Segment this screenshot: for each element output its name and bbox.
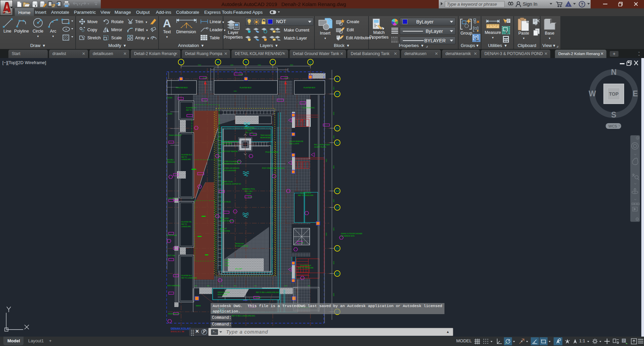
svg-text:9000: 9000 <box>198 64 201 66</box>
svg-text:MULTILANGASAN: MULTILANGASAN <box>223 170 236 171</box>
svg-text:2000: 2000 <box>333 87 335 90</box>
svg-text:15: 15 <box>336 247 339 250</box>
svg-text:LANDSCAPE: LANDSCAPE <box>181 226 191 228</box>
svg-text:PUTERA AIR DENGAN: PUTERA AIR DENGAN <box>223 167 239 169</box>
svg-text:3450: 3450 <box>233 90 237 92</box>
svg-text:MWHX: MWHX <box>196 305 201 307</box>
svg-text:-0.125: -0.125 <box>299 242 304 244</box>
svg-text:ANGKET MORGAN: ANGKET MORGAN <box>220 220 234 222</box>
svg-text:PLANTER B+4: PLANTER B+4 <box>186 107 197 109</box>
svg-text:DIMING OUTDOOR SHOWER: DIMING OUTDOOR SHOWER <box>341 233 362 235</box>
svg-text:8566: 8566 <box>290 64 293 66</box>
svg-text:ANCENT PLANG: ANCENT PLANG <box>314 146 326 148</box>
svg-text:LAUT 4 dia: LAUT 4 dia <box>167 255 175 256</box>
svg-text:REINFORCED: REINFORCED <box>260 137 271 139</box>
svg-text:1:4000: 1:4000 <box>224 265 229 266</box>
svg-text:1500: 1500 <box>326 233 327 236</box>
svg-text:16: 16 <box>336 272 339 275</box>
svg-text:N: N <box>611 68 617 77</box>
svg-text:1143: 1143 <box>284 285 287 287</box>
svg-text:-8.470: -8.470 <box>248 196 252 198</box>
svg-text:6000: 6000 <box>333 165 335 169</box>
svg-text:850: 850 <box>234 285 237 287</box>
svg-text:GALIAN BASELINE: GALIAN BASELINE <box>290 141 303 142</box>
svg-text:-8.470: -8.470 <box>253 134 257 136</box>
svg-text:GERIPA TOLAK: GERIPA TOLAK <box>222 181 233 183</box>
svg-text:ON KERMOK BATA: ON KERMOK BATA <box>341 235 355 237</box>
svg-text:REF TO: REF TO <box>181 224 187 225</box>
svg-text:650: 650 <box>217 138 219 140</box>
svg-text:PLANTER BOX: PLANTER BOX <box>303 87 315 89</box>
svg-text:910: 910 <box>308 285 311 287</box>
svg-text:REF TO LANDSCAPE: REF TO LANDSCAPE <box>181 277 197 279</box>
svg-text:3100: 3100 <box>333 261 335 264</box>
svg-text:MAKA-AT: MAKA-AT <box>220 228 227 230</box>
svg-text:1350: 1350 <box>204 100 207 102</box>
svg-text:-0.200: -0.200 <box>284 77 289 79</box>
svg-text:PITH GRASP: PITH GRASP <box>218 294 227 296</box>
svg-text:POLE Mall REHAB: POLE Mall REHAB <box>265 151 278 153</box>
svg-text:N: N <box>245 60 247 64</box>
svg-text:PROSEDONE SPESDO: PROSEDONE SPESDO <box>223 163 240 165</box>
svg-text:11: 11 <box>336 127 339 130</box>
svg-text:PAS 1 LANTA ANCENT: PAS 1 LANTA ANCENT <box>314 144 330 146</box>
svg-text:TANAH BRICKET: TANAH BRICKET <box>168 313 180 315</box>
svg-text:KRON PLANTER: KRON PLANTER <box>218 292 230 293</box>
svg-text:GWP RE DRM: GWP RE DRM <box>222 143 232 145</box>
svg-text:14: 14 <box>336 206 339 209</box>
svg-text:PLANTER B+4: PLANTER B+4 <box>181 154 192 156</box>
svg-text:PLANTER IPE: PLANTER IPE <box>181 221 191 223</box>
svg-text:1800: 1800 <box>333 135 335 139</box>
svg-text:KATV KAMPIONG: KATV KAMPIONG <box>167 285 180 287</box>
svg-text:WTF RE BALMAP TAB: WTF RE BALMAP TAB <box>222 141 238 142</box>
svg-text:12: 12 <box>336 141 339 144</box>
svg-text:5000: 5000 <box>333 228 335 231</box>
svg-text:?: ? <box>581 2 584 7</box>
svg-text:10: 10 <box>336 92 339 96</box>
svg-text:SPL GWP: SPL GWP <box>235 268 242 270</box>
svg-text:PLANTER BOX: PLANTER BOX <box>176 87 188 89</box>
svg-text:+1.500: +1.500 <box>256 297 261 299</box>
svg-text:+0.150: +0.150 <box>167 113 172 115</box>
svg-text:700: 700 <box>221 285 223 287</box>
svg-text:FFL -1.850: FFL -1.850 <box>245 191 253 192</box>
svg-text:+0.100: +0.100 <box>167 97 172 99</box>
svg-text:REF TO LANDSCAPE: REF TO LANDSCAPE <box>298 195 313 196</box>
svg-text:T.O.W: T.O.W <box>247 193 251 195</box>
svg-text:E: E <box>633 89 638 98</box>
svg-text:2000: 2000 <box>333 199 335 202</box>
svg-text:REF TO: REF TO <box>186 109 192 111</box>
svg-text:TOP: TOP <box>609 91 619 97</box>
svg-text:-8.500: -8.500 <box>238 73 243 76</box>
svg-text:KL GO MILES: KL GO MILES <box>221 201 231 203</box>
svg-text:PLANTER B+4: PLANTER B+4 <box>181 275 192 277</box>
svg-text:4500: 4500 <box>333 112 335 115</box>
svg-text:1450: 1450 <box>230 64 233 66</box>
svg-text:-0.200: -0.200 <box>203 77 207 79</box>
svg-text:M: M <box>217 60 219 64</box>
svg-text:1:4000: 1:4000 <box>224 262 229 264</box>
svg-text:Q: Q <box>309 60 311 64</box>
svg-text:FFL -1.110: FFL -1.110 <box>246 132 253 134</box>
svg-text:L: L <box>180 60 182 64</box>
svg-text:START POST REMOVE: START POST REMOVE <box>221 151 238 152</box>
svg-text:PAS 1 LANTA: PAS 1 LANTA <box>290 143 299 145</box>
svg-text:TERRACE: TERRACE <box>167 161 175 163</box>
svg-text:SWIMMING POOL: SWIMMING POOL <box>242 188 255 190</box>
svg-text:PLANTER BOX: PLANTER BOX <box>300 265 311 266</box>
svg-text:REF TO BE A LANDSCAPE DWG: REF TO BE A LANDSCAPE DWG <box>232 315 255 317</box>
svg-text:SLAB RAMPUNG: SLAB RAMPUNG <box>302 107 315 109</box>
svg-text:13: 13 <box>336 189 339 193</box>
svg-text:KOVAM DIL POSN: KOVAM DIL POSN <box>235 245 248 247</box>
svg-text:PLANTER BOX: PLANTER BOX <box>240 87 252 89</box>
svg-text:9: 9 <box>336 77 338 81</box>
svg-text:DENAH KOLAM: DENAH KOLAM <box>171 327 191 330</box>
svg-text:TANAH URUGENT: TANAH URUGENT <box>169 135 182 136</box>
svg-text:TRAP-ANCKET: TRAP-ANCKET <box>260 135 271 136</box>
svg-text:S K A L A 1 : 50: S K A L A 1 : 50 <box>171 331 184 333</box>
svg-text:REF TO: REF TO <box>181 156 187 158</box>
svg-text:760: 760 <box>254 285 257 287</box>
svg-text:PUTERI KOLAM RENANG: PUTERI KOLAM RENANG <box>223 161 242 162</box>
svg-text:W: W <box>589 89 596 98</box>
svg-text:KONSTRUKSI: KONSTRUKSI <box>167 235 177 236</box>
